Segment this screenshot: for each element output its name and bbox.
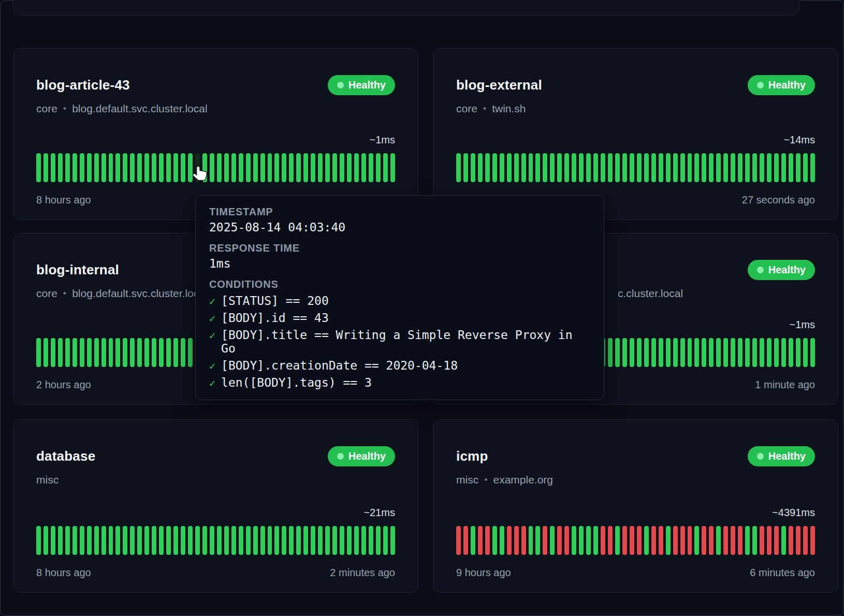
endpoint-title[interactable]: blog-external	[456, 77, 542, 93]
uptime-bar[interactable]	[702, 526, 706, 555]
uptime-bar[interactable]	[796, 153, 801, 182]
endpoint-title[interactable]: blog-internal	[36, 262, 119, 278]
uptime-bar[interactable]	[303, 526, 308, 555]
uptime-bar[interactable]	[217, 526, 222, 555]
uptime-bar[interactable]	[289, 526, 294, 555]
uptime-bars[interactable]	[456, 153, 815, 182]
uptime-bar[interactable]	[760, 153, 764, 182]
uptime-bar[interactable]	[43, 338, 48, 367]
uptime-bars[interactable]	[36, 526, 395, 555]
uptime-bar[interactable]	[101, 338, 106, 367]
uptime-bar[interactable]	[87, 338, 92, 367]
uptime-bar[interactable]	[253, 153, 258, 182]
uptime-bar[interactable]	[463, 526, 468, 555]
uptime-bar[interactable]	[130, 338, 135, 367]
uptime-bar[interactable]	[72, 153, 77, 182]
uptime-bar[interactable]	[803, 153, 808, 182]
uptime-bar[interactable]	[810, 338, 815, 367]
uptime-bar[interactable]	[709, 338, 714, 367]
uptime-bar[interactable]	[246, 153, 251, 182]
uptime-bar[interactable]	[260, 526, 265, 555]
uptime-bar[interactable]	[383, 526, 388, 555]
uptime-bar[interactable]	[188, 338, 193, 367]
uptime-bar[interactable]	[188, 153, 193, 182]
uptime-bar[interactable]	[144, 338, 149, 367]
uptime-bar[interactable]	[137, 526, 142, 555]
uptime-bar[interactable]	[622, 338, 627, 367]
uptime-bar[interactable]	[716, 526, 721, 555]
uptime-bar[interactable]	[80, 153, 84, 182]
uptime-bar[interactable]	[514, 526, 519, 555]
endpoint-title[interactable]: blog-article-43	[36, 77, 130, 93]
uptime-bar[interactable]	[58, 338, 63, 367]
uptime-bar[interactable]	[72, 338, 77, 367]
uptime-bar[interactable]	[210, 153, 214, 182]
uptime-bar[interactable]	[383, 153, 388, 182]
uptime-bar[interactable]	[723, 338, 728, 367]
uptime-bar[interactable]	[340, 526, 344, 555]
uptime-bar[interactable]	[51, 153, 55, 182]
uptime-bar[interactable]	[630, 526, 634, 555]
uptime-bar[interactable]	[369, 153, 373, 182]
uptime-bar[interactable]	[332, 153, 337, 182]
uptime-bar[interactable]	[87, 526, 92, 555]
uptime-bar[interactable]	[745, 153, 750, 182]
uptime-bar[interactable]	[253, 526, 258, 555]
uptime-bar[interactable]	[810, 153, 815, 182]
uptime-bar[interactable]	[543, 526, 547, 555]
uptime-bar[interactable]	[43, 153, 48, 182]
uptime-bar[interactable]	[166, 338, 171, 367]
uptime-bar[interactable]	[752, 526, 757, 555]
uptime-bar[interactable]	[615, 526, 620, 555]
uptime-bar[interactable]	[123, 526, 127, 555]
uptime-bar[interactable]	[152, 153, 156, 182]
uptime-bar[interactable]	[58, 153, 63, 182]
uptime-bar[interactable]	[716, 338, 721, 367]
uptime-bar[interactable]	[369, 526, 373, 555]
uptime-bar[interactable]	[36, 338, 41, 367]
uptime-bar[interactable]	[115, 153, 120, 182]
uptime-bar[interactable]	[478, 526, 483, 555]
uptime-bar[interactable]	[282, 526, 286, 555]
uptime-bar[interactable]	[521, 526, 526, 555]
uptime-bar[interactable]	[159, 153, 164, 182]
uptime-bar[interactable]	[564, 153, 569, 182]
uptime-bar[interactable]	[361, 526, 366, 555]
uptime-bar[interactable]	[332, 526, 337, 555]
uptime-bar[interactable]	[130, 153, 135, 182]
uptime-bar[interactable]	[65, 526, 70, 555]
uptime-bar[interactable]	[173, 338, 178, 367]
uptime-bar[interactable]	[173, 153, 178, 182]
uptime-bar[interactable]	[666, 526, 671, 555]
uptime-bar[interactable]	[731, 526, 735, 555]
uptime-bar[interactable]	[767, 153, 772, 182]
uptime-bar[interactable]	[767, 526, 772, 555]
uptime-bar[interactable]	[325, 526, 330, 555]
uptime-bar[interactable]	[318, 153, 323, 182]
uptime-bar[interactable]	[239, 153, 243, 182]
uptime-bar[interactable]	[608, 526, 613, 555]
uptime-bar[interactable]	[535, 526, 540, 555]
uptime-bar[interactable]	[485, 153, 490, 182]
uptime-bar[interactable]	[564, 526, 569, 555]
uptime-bar[interactable]	[325, 153, 330, 182]
uptime-bar[interactable]	[688, 338, 692, 367]
uptime-bar[interactable]	[680, 338, 685, 367]
uptime-bar[interactable]	[58, 526, 63, 555]
uptime-bar[interactable]	[115, 526, 120, 555]
uptime-bar[interactable]	[390, 526, 395, 555]
uptime-bar[interactable]	[361, 153, 366, 182]
uptime-bar[interactable]	[572, 153, 576, 182]
uptime-bar[interactable]	[666, 338, 671, 367]
uptime-bar[interactable]	[644, 338, 649, 367]
uptime-bar[interactable]	[492, 526, 497, 555]
uptime-bar[interactable]	[507, 153, 512, 182]
uptime-bar[interactable]	[529, 153, 533, 182]
uptime-bar[interactable]	[702, 338, 706, 367]
uptime-bar[interactable]	[347, 153, 352, 182]
uptime-bar[interactable]	[296, 153, 301, 182]
uptime-bar[interactable]	[557, 526, 562, 555]
uptime-bar[interactable]	[572, 526, 576, 555]
endpoint-title[interactable]: icmp	[456, 448, 488, 464]
uptime-bar[interactable]	[651, 338, 656, 367]
